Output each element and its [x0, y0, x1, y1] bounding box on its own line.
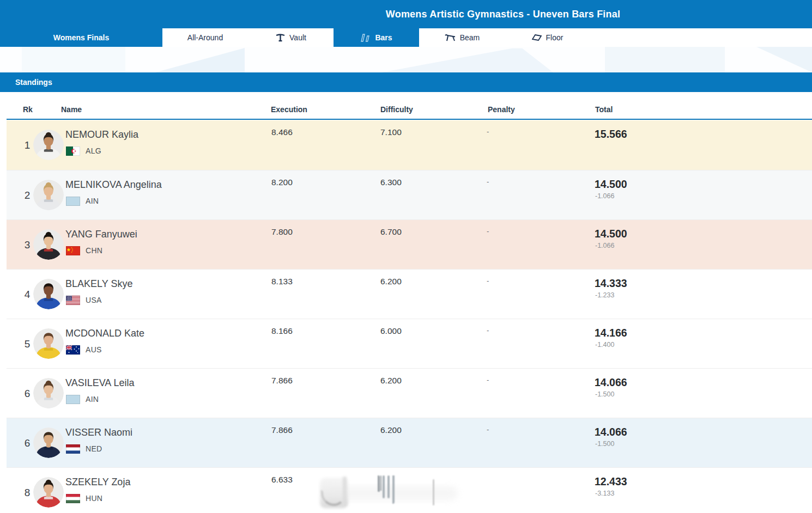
page-title: Womens Artistic Gymnastics - Uneven Bars… — [349, 0, 657, 28]
execution-value: 8.466 — [271, 127, 293, 137]
difficulty-value: 6.200 — [380, 277, 402, 286]
difficulty-value: 6.200 — [380, 425, 402, 435]
vault-icon — [275, 33, 286, 42]
column-header-difficulty: Difficulty — [380, 105, 413, 114]
country-row: NED — [66, 444, 102, 454]
athlete-avatar — [33, 378, 64, 408]
athlete-name: YANG Fanyuwei — [65, 229, 137, 240]
penalty-value: - — [487, 425, 489, 433]
beam-icon — [444, 33, 456, 42]
execution-value: 8.166 — [271, 326, 293, 336]
tab-label: Bars — [375, 33, 392, 42]
flag-usa-icon — [66, 296, 80, 305]
country-code: ALG — [86, 146, 101, 155]
total-value: 14.066 — [595, 376, 627, 389]
athlete-avatar — [33, 428, 64, 458]
country-code: USA — [86, 296, 102, 304]
column-header-total: Total — [595, 105, 613, 114]
banner-shape — [605, 47, 725, 72]
table-row[interactable]: 6VASILEVA LeilaAIN7.8666.200-14.066-1.50… — [7, 368, 812, 418]
tab-floor[interactable]: Floor — [505, 28, 590, 47]
execution-value: 8.200 — [271, 178, 293, 187]
athlete-name: VASILEVA Leila — [65, 377, 134, 389]
total-value: 14.333 — [595, 277, 627, 290]
athlete-name: SZEKELY Zoja — [65, 477, 130, 488]
table-row[interactable]: 6VISSER NaomiNED7.8666.200-14.066-1.500 — [7, 418, 812, 467]
tab-all-around[interactable]: All-Around — [162, 28, 248, 47]
country-code: NED — [86, 444, 102, 453]
floor-icon — [532, 33, 542, 42]
decorative-banner — [0, 47, 812, 72]
country-row: USA — [66, 295, 102, 305]
country-code: AIN — [86, 395, 99, 404]
nav-womens-finals[interactable]: Womens Finals — [0, 28, 162, 47]
tab-label: Floor — [546, 33, 563, 42]
total-value: 15.566 — [595, 128, 627, 141]
flag-ned-icon — [66, 444, 80, 454]
country-row: AUS — [66, 345, 102, 355]
table-row[interactable]: 8SZEKELY ZojaHUN6.63312.433-3.133 — [7, 467, 812, 513]
standings-header: Standings — [0, 72, 812, 92]
execution-value: 6.633 — [271, 475, 293, 485]
deficit-value: -1.066 — [595, 242, 614, 249]
page: Womens Artistic Gymnastics - Uneven Bars… — [0, 0, 812, 513]
table-row[interactable]: 5MCDONALD KateAUS8.1666.000-14.166-1.400 — [7, 319, 812, 368]
table-row[interactable]: 4BLAKELY SkyeUSA8.1336.200-14.333-1.233 — [7, 269, 812, 319]
athlete-avatar — [33, 130, 64, 160]
column-header-rank: Rk — [23, 105, 33, 114]
athlete-name: NEMOUR Kaylia — [65, 129, 138, 141]
table-header: RkNameExecutionDifficultyPenaltyTotal — [7, 92, 812, 120]
country-code: CHN — [86, 246, 102, 255]
tab-beam[interactable]: Beam — [419, 28, 505, 47]
banner-shape — [756, 47, 812, 72]
difficulty-value: 6.200 — [380, 376, 402, 386]
athlete-avatar — [33, 180, 64, 210]
flag-chn-icon — [66, 246, 80, 255]
athlete-avatar — [33, 229, 64, 260]
execution-value: 7.866 — [271, 376, 293, 386]
total-value: 12.433 — [595, 475, 627, 488]
athlete-avatar — [33, 328, 64, 359]
column-header-execution: Execution — [271, 105, 307, 114]
tab-label: Beam — [460, 33, 480, 42]
country-row: CHN — [66, 246, 102, 255]
tab-bars[interactable]: Bars — [334, 28, 419, 47]
country-row: AIN — [66, 394, 99, 404]
total-value: 14.066 — [595, 426, 627, 438]
country-row: AIN — [66, 196, 99, 206]
tab-vault[interactable]: Vault — [248, 28, 334, 47]
athlete-name: MELNIKOVA Angelina — [65, 179, 162, 191]
bars-icon — [360, 33, 371, 42]
country-row: ALG — [66, 146, 101, 156]
column-header-name: Name — [61, 105, 82, 114]
deficit-value: -3.133 — [595, 490, 614, 497]
penalty-value: - — [487, 178, 489, 186]
execution-value: 8.133 — [271, 277, 293, 286]
total-value: 14.166 — [595, 327, 627, 339]
column-header-penalty: Penalty — [488, 105, 515, 114]
banner-shape — [22, 47, 125, 72]
table-row[interactable]: 1NEMOUR KayliaALG8.4667.100-15.566 — [7, 120, 812, 170]
table-row[interactable]: 3YANG FanyuweiCHN7.8006.700-14.500-1.066 — [7, 219, 812, 269]
tab-label: Vault — [289, 33, 306, 42]
table-row[interactable]: 2MELNIKOVA AngelinaAIN8.2006.300-14.500-… — [7, 170, 812, 219]
country-code: AIN — [86, 197, 99, 205]
tab-bar: Womens Finals All-AroundVaultBarsBeamFlo… — [0, 28, 812, 47]
penalty-value: - — [487, 127, 489, 136]
penalty-value: - — [487, 376, 489, 384]
flag-ain-icon — [66, 197, 80, 206]
difficulty-value: 6.300 — [380, 178, 402, 187]
total-value: 14.500 — [595, 228, 627, 240]
penalty-value: - — [487, 227, 489, 235]
deficit-value: -1.500 — [595, 390, 614, 398]
banner-shape — [381, 47, 553, 72]
deficit-value: -1.066 — [595, 192, 614, 200]
deficit-value: -1.500 — [595, 440, 614, 448]
execution-value: 7.800 — [271, 227, 293, 237]
app-header: Womens Artistic Gymnastics - Uneven Bars… — [0, 0, 812, 28]
total-value: 14.500 — [595, 178, 627, 191]
penalty-value: - — [487, 326, 489, 334]
deficit-value: -1.233 — [595, 291, 614, 299]
difficulty-value: 7.100 — [380, 127, 402, 137]
athlete-name: VISSER Naomi — [65, 427, 132, 438]
